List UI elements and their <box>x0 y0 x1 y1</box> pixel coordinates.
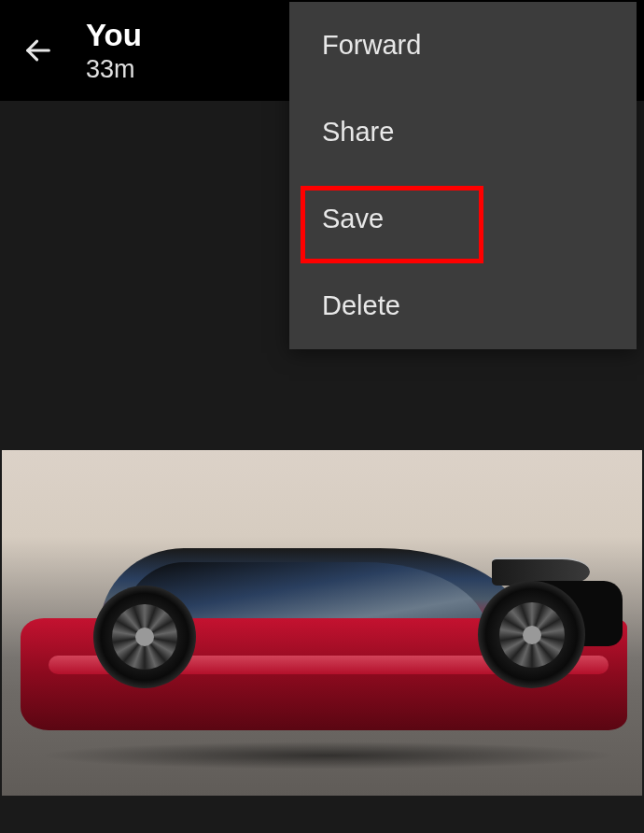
header-text-block: You 33m <box>86 17 142 84</box>
menu-item-share[interactable]: Share <box>289 89 637 176</box>
car-illustration <box>21 534 627 730</box>
context-menu: Forward Share Save Delete <box>289 2 637 349</box>
media-image[interactable] <box>2 450 642 796</box>
car-shadow <box>39 741 618 769</box>
menu-item-forward[interactable]: Forward <box>289 2 637 89</box>
timestamp: 33m <box>86 54 142 84</box>
back-arrow-icon[interactable] <box>19 31 58 70</box>
sender-name: You <box>86 17 142 54</box>
menu-item-delete[interactable]: Delete <box>289 262 637 349</box>
menu-item-save[interactable]: Save <box>289 176 637 262</box>
